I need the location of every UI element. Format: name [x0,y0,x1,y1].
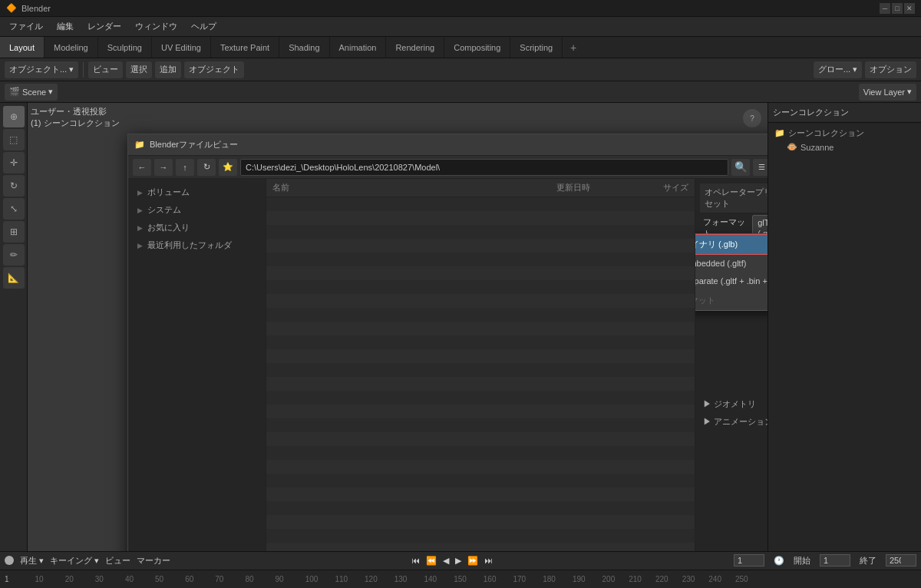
measure-tool-icon[interactable]: 📐 [3,267,25,289]
fb-sidebar-favorites[interactable]: ▶ お気に入り [128,219,266,236]
rotate-tool-icon[interactable]: ↻ [3,175,25,197]
window-controls[interactable]: ─ □ ✕ [880,3,915,14]
viewport-label: ユーザー・透視投影 (1) シーンコレクション [31,106,120,129]
tab-layout[interactable]: Layout [0,37,45,58]
fb-file-area[interactable] [266,197,695,551]
fb-animation-section: ▶ アニメーション [700,413,768,431]
tab-compositing[interactable]: Compositing [444,37,510,58]
fb-body: ▶ ボリューム ▶ システム ▶ お気に入り ▶ 最近利用したフォルダ [128,179,768,551]
ruler-mark-100: 100 [305,575,319,583]
tab-scripting[interactable]: Scripting [510,37,563,58]
collection-object-item[interactable]: 🐵 Suzanne [771,140,918,154]
operator-presets-row: オペレータープリセット + − [700,183,768,213]
fb-animation-label: ▶ アニメーション [703,416,768,428]
start-label: 開始 [794,555,810,567]
view-layer-selector[interactable]: View Layer ▾ [859,84,916,101]
current-frame-input[interactable] [734,554,764,567]
tab-texture-paint[interactable]: Texture Paint [211,37,279,58]
fb-format-option-gltf[interactable]: glTF Embedded (.gltf) [695,255,768,272]
separator-1 [83,62,84,78]
ruler-mark-20: 20 [65,575,74,583]
end-frame-input[interactable] [886,554,916,567]
global-dropdown[interactable]: グロー... ▾ [814,61,862,78]
add-workspace-button[interactable]: + [563,37,584,58]
timeline-marker-label[interactable]: マーカー [137,555,170,567]
fb-format-row: フォーマット glTFバイナリ (.glb) ▾ glTFバイナリ (.glb) [700,213,768,242]
menu-bar: ファイル 編集 レンダー ウィンドウ ヘルプ [0,17,921,37]
fb-format-option-gltf-label: glTF Embedded (.gltf) [695,259,746,268]
menu-file[interactable]: ファイル [3,19,49,34]
fb-right-panel: オペレータープリセット + − フォーマット g [695,179,768,551]
fb-format-option-gltf-separate[interactable]: glTF Separate (.gltf + .bin + テクスチャ) [695,272,768,291]
tab-rendering[interactable]: Rendering [386,37,444,58]
select-menu[interactable]: 選択 [126,61,152,78]
scene-selector[interactable]: 🎬 Scene ▾ [5,84,58,101]
collection-scene-item[interactable]: 📁 シーンコレクション [771,126,918,140]
menu-help[interactable]: ヘルプ [185,19,223,34]
fb-search-button[interactable]: 🔍 [731,159,750,176]
fb-sidebar-recent[interactable]: ▶ 最近利用したフォルダ [128,236,266,254]
fb-path-input[interactable] [240,159,728,176]
object-menu[interactable]: オブジェクト [184,61,244,78]
frame-back-button[interactable]: ⏪ [426,556,437,566]
fb-refresh-button[interactable]: ↻ [197,159,216,176]
jump-start-button[interactable]: ⏮ [411,556,420,565]
ruler-mark-150: 150 [454,575,467,583]
ruler-mark-140: 140 [424,575,437,583]
fb-sections-below: ▶ ジオメトリ ▶ アニメーション [700,395,768,431]
fb-sidebar-system[interactable]: ▶ システム [128,201,266,219]
close-button[interactable]: ✕ [904,3,915,14]
transform-tool-icon[interactable]: ⊞ [3,221,25,243]
tab-shading[interactable]: Shading [279,37,329,58]
fb-geometry-item[interactable]: ▶ ジオメトリ [703,397,768,411]
tab-uv-editing[interactable]: UV Editing [152,37,211,58]
timeline-area: 再生 ▾ キーイング ▾ ビュー マーカー ⏮ ⏪ ◀ ▶ ⏩ ⏭ 🕐 開始 終… [0,551,921,588]
fb-list-view-button[interactable]: ☰ [753,159,768,176]
format-dropdown-container: glTFバイナリ (.glb) ▾ glTFバイナリ (.glb) [752,215,768,240]
fb-bookmark-button[interactable]: ⭐ [219,159,237,176]
minimize-button[interactable]: ─ [880,3,890,14]
menu-edit[interactable]: 編集 [51,19,80,34]
fb-sidebar-volume[interactable]: ▶ ボリューム [128,183,266,201]
annotate-tool-icon[interactable]: ✏ [3,244,25,266]
tab-animation[interactable]: Animation [330,37,387,58]
timeline-keying-label[interactable]: キーイング ▾ [50,555,99,567]
view-menu[interactable]: ビュー [88,61,123,78]
menu-window[interactable]: ウィンドウ [129,19,183,34]
ruler-mark-250: 250 [735,575,748,583]
fb-titlebar: 📁 Blenderファイルビュー ─ □ ✕ [128,134,768,156]
tab-modeling[interactable]: Modeling [45,37,98,58]
timeline-play-label[interactable]: 再生 ▾ [20,555,44,567]
fb-back-button[interactable]: ← [133,159,151,176]
ruler-mark-130: 130 [394,575,408,583]
fb-col-date: 更新日時 [520,182,627,193]
collection-name: シーンコレクション [788,127,864,139]
object-mode-dropdown[interactable]: オブジェクト... ▾ [5,61,78,78]
fb-column-header: 名前 更新日時 サイズ [266,179,695,197]
start-frame-input[interactable] [820,554,850,567]
fb-format-option-gltf-separate-label: glTF Separate (.gltf + .bin + テクスチャ) [695,276,768,287]
fb-up-button[interactable]: ↑ [176,159,194,176]
maximize-button[interactable]: □ [892,3,903,14]
jump-end-button[interactable]: ⏭ [484,556,493,565]
move-tool-icon[interactable]: ✛ [3,152,25,173]
select-tool-icon[interactable]: ⬚ [3,129,25,150]
timeline-ruler[interactable]: 1 10 20 30 40 50 60 70 80 90 100 110 120… [0,570,921,588]
options-button[interactable]: オプション [865,61,916,78]
fb-animation-item[interactable]: ▶ アニメーション [703,415,768,429]
fb-forward-button[interactable]: → [154,159,173,176]
viewport[interactable]: ユーザー・透視投影 (1) シーンコレクション ? 📁 Blenderファイルビ… [28,103,768,551]
fb-format-option-glb[interactable]: glTFバイナリ (.glb) [695,234,768,255]
play-back-button[interactable]: ◀ [443,556,449,566]
overlay-icon[interactable]: ? [743,109,761,127]
add-menu[interactable]: 追加 [155,61,181,78]
tab-sculpting[interactable]: Sculpting [98,37,152,58]
play-button[interactable]: ▶ [455,556,461,566]
timeline-view-label[interactable]: ビュー [105,555,130,567]
menu-render[interactable]: レンダー [81,19,127,34]
frame-fwd-button[interactable]: ⏩ [467,556,478,566]
app-title: Blender [21,4,51,13]
scale-tool-icon[interactable]: ⤡ [3,198,25,220]
ruler-mark-170: 170 [513,575,527,583]
cursor-tool-icon[interactable]: ⊕ [3,106,25,127]
